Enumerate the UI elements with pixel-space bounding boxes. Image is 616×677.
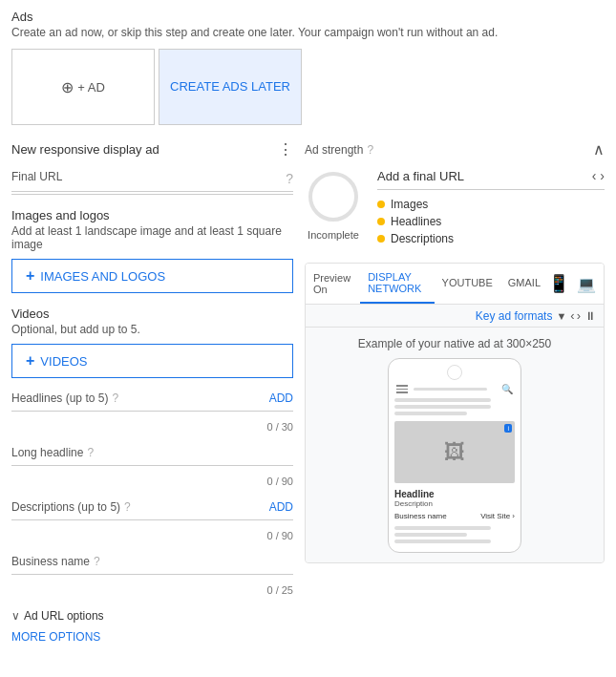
tab-youtube[interactable]: YOUTUBE — [435, 269, 500, 298]
checklist-images: Images — [377, 198, 605, 211]
left-section-title: New responsive display ad — [11, 142, 159, 157]
headlines-counter: 0 / 30 — [11, 421, 293, 433]
key-formats-dropdown-icon: ▼ — [556, 310, 566, 322]
videos-plus-icon: + — [26, 352, 34, 370]
headlines-add-link[interactable]: ADD — [269, 391, 293, 405]
create-ads-later-label: CREATE ADS LATER — [170, 78, 290, 95]
business-name-help-icon: ? — [94, 555, 100, 568]
key-ad-formats-link[interactable]: Key ad formats — [476, 309, 553, 323]
checklist-descriptions: Descriptions — [377, 232, 605, 245]
descriptions-help-icon: ? — [124, 500, 131, 514]
long-headline-label: Long headline — [11, 446, 83, 459]
preview-pause-icon[interactable]: ⏸ — [584, 309, 596, 323]
checklist-headlines: Headlines — [377, 215, 605, 228]
images-logos-button-label: IMAGES AND LOGOS — [40, 269, 165, 284]
long-headline-counter: 0 / 90 — [11, 476, 293, 487]
page-subtitle: Create an ad now, or skip this step and … — [11, 26, 605, 39]
ad-strength-help-icon: ? — [367, 143, 373, 157]
phone-description: Description — [394, 499, 515, 508]
phone-bottom-content — [394, 526, 515, 543]
final-url-help-icon: ? — [286, 171, 293, 186]
headlines-label: Headlines (up to 5) — [11, 391, 108, 405]
headlines-status-dot — [377, 218, 385, 225]
incomplete-label: Incomplete — [308, 229, 359, 241]
business-name-counter: 0 / 25 — [11, 584, 293, 596]
phone-search-icon: 🔍 — [501, 384, 513, 394]
create-ads-later-button[interactable]: CREATE ADS LATER — [159, 49, 302, 125]
phone-cta-button[interactable]: Visit Site › — [480, 512, 515, 520]
business-name-label: Business name — [11, 555, 90, 568]
mobile-preview-icon[interactable]: 📱 — [548, 273, 569, 294]
tab-gmail[interactable]: GMAIL — [500, 269, 548, 298]
phone-mockup: 🔍 🖼 i — [388, 358, 521, 553]
phone-camera — [447, 365, 462, 380]
videos-description: Optional, but add up to 5. — [11, 323, 293, 336]
create-ad-now-label: + AD — [77, 80, 105, 95]
ad-info-badge: i — [504, 424, 512, 433]
preview-on-label: Preview On — [313, 264, 360, 303]
ad-strength-label: Ad strength ? — [305, 143, 373, 157]
final-url-next-icon[interactable]: › — [600, 168, 605, 183]
ad-strength-circle — [305, 168, 362, 225]
preview-example-label: Example of your native ad at 300×250 — [313, 337, 596, 350]
desktop-preview-icon[interactable]: 💻 — [577, 275, 596, 293]
hamburger-icon — [396, 385, 408, 393]
descriptions-add-link[interactable]: ADD — [269, 500, 293, 514]
videos-title: Videos — [11, 307, 293, 321]
headlines-help-icon: ? — [112, 391, 118, 405]
more-options-link[interactable]: MORE OPTIONS — [11, 630, 100, 644]
videos-button-label: VIDEOS — [40, 354, 87, 369]
videos-button[interactable]: + VIDEOS — [11, 344, 293, 378]
images-logos-title: Images and logos — [11, 208, 293, 222]
plus-icon: ⊕ — [61, 78, 74, 96]
ad-url-options-toggle[interactable]: ∨ Ad URL options — [11, 609, 293, 623]
phone-image-placeholder: 🖼 i — [394, 421, 515, 483]
long-headline-help-icon: ? — [87, 446, 94, 459]
images-logos-plus-icon: + — [26, 267, 34, 285]
descriptions-status-dot — [377, 235, 385, 243]
images-logos-description: Add at least 1 landscape image and at le… — [11, 224, 293, 251]
phone-business-name: Business name — [394, 512, 447, 520]
images-status-dot — [377, 201, 385, 208]
page-title: Ads — [11, 10, 605, 24]
key-formats-prev-icon[interactable]: ‹ — [570, 308, 574, 323]
images-logos-button[interactable]: + IMAGES AND LOGOS — [11, 259, 293, 293]
key-formats-next-icon[interactable]: › — [577, 308, 581, 323]
three-dots-menu[interactable]: ⋮ — [278, 140, 293, 159]
phone-top-content — [394, 398, 515, 415]
descriptions-label: Descriptions (up to 5) — [11, 500, 120, 514]
final-url-section-title: Add a final URL — [377, 169, 464, 183]
svg-point-0 — [310, 174, 356, 220]
final-url-prev-icon[interactable]: ‹ — [592, 168, 597, 183]
final-url-label: Final URL — [11, 170, 62, 183]
ad-strength-collapse-icon[interactable]: ∧ — [593, 140, 605, 159]
phone-headline: Headline — [394, 489, 515, 499]
descriptions-counter: 0 / 90 — [11, 530, 293, 541]
url-options-chevron-icon: ∨ — [11, 609, 20, 623]
tab-display-network[interactable]: DISPLAY NETWORK — [360, 264, 434, 304]
url-options-label: Ad URL options — [24, 609, 104, 623]
image-placeholder-icon: 🖼 — [444, 440, 465, 465]
create-ad-now-button[interactable]: ⊕ + AD — [11, 49, 155, 125]
phone-content-area — [414, 388, 496, 391]
